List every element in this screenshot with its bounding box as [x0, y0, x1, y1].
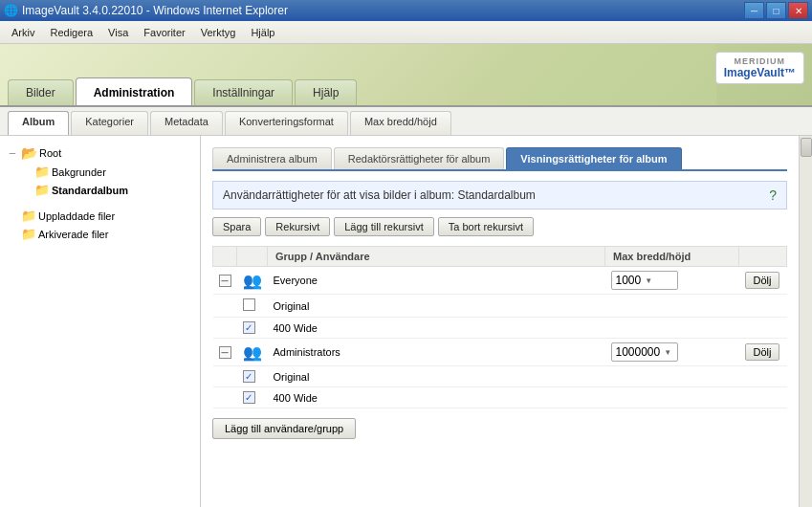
col-group-user: Grupp / Användare: [268, 247, 605, 267]
tree-item-arkiverade[interactable]: 📁 Arkiverade filer: [4, 225, 196, 243]
menu-favorites[interactable]: Favoriter: [136, 25, 192, 40]
table-row: ─ 👥 Administrators 1000000 ▼ Dölj: [213, 339, 787, 366]
max-size-administrators[interactable]: 1000000 ▼: [611, 342, 678, 362]
tree-label-bakgrunder: Bakgrunder: [52, 166, 106, 178]
restore-button[interactable]: □: [766, 2, 786, 19]
inner-tab-redaktor[interactable]: Redaktörsrättigheter för album: [334, 147, 505, 169]
sidebar: ─ 📂 Root 📁 Bakgrunder 📁 Standardalbum 📁 …: [0, 136, 201, 507]
menu-edit[interactable]: Redigera: [42, 25, 100, 40]
subtab-konverteringsformat[interactable]: Konverteringsformat: [225, 111, 348, 135]
col-toggle: [213, 247, 237, 267]
max-size-everyone[interactable]: 1000 ▼: [611, 271, 678, 290]
action-buttons: Spara Rekursivt Lägg till rekursivt Ta b…: [212, 217, 787, 236]
col-max-size: Max bredd/höjd: [605, 247, 739, 267]
dropdown-arrow: ▼: [664, 348, 671, 357]
checkmark-icon: ✓: [245, 392, 252, 403]
header: MERIDIUM ImageVault™ Bilder Administrati…: [0, 44, 812, 107]
tree-label-uppladdade: Uppladdade filer: [38, 210, 115, 222]
window-title: ImageVault 3.4.0.22010 - Windows Interne…: [22, 4, 744, 17]
tab-bilder[interactable]: Bilder: [8, 79, 74, 105]
subtab-album[interactable]: Album: [8, 111, 69, 135]
label-admins-400wide: 400 Wide: [268, 387, 605, 408]
help-icon[interactable]: ?: [769, 187, 777, 203]
group-name-everyone: Everyone: [268, 267, 605, 295]
logo-imagevault: ImageVault™: [724, 66, 796, 79]
inner-tab-bar: Administrera album Redaktörsrättigheter …: [212, 147, 787, 171]
col-action: [739, 247, 787, 267]
spara-button[interactable]: Spara: [212, 217, 261, 236]
logo-meridium: MERIDIUM: [724, 56, 796, 66]
tree-toggle-root[interactable]: ─: [6, 146, 19, 160]
content-area: Administrera album Redaktörsrättigheter …: [201, 136, 799, 507]
sub-tab-bar: Album Kategorier Metadata Konverteringsf…: [0, 107, 812, 136]
tree-label-root: Root: [39, 147, 61, 159]
tree-toggle-uppladdade: [6, 209, 19, 223]
cb-everyone-400wide[interactable]: ✓: [243, 321, 255, 334]
collapse-everyone[interactable]: ─: [219, 275, 231, 287]
subtab-metadata[interactable]: Metadata: [150, 111, 223, 135]
checkmark-icon: ✓: [245, 371, 252, 382]
main-layout: ─ 📂 Root 📁 Bakgrunder 📁 Standardalbum 📁 …: [0, 136, 812, 507]
menu-tools[interactable]: Verktyg: [193, 25, 244, 40]
tree-item-standardalbum[interactable]: 📁 Standardalbum: [4, 181, 196, 199]
tab-administration[interactable]: Administration: [76, 77, 193, 105]
tree-item-bakgrunder[interactable]: 📁 Bakgrunder: [4, 163, 196, 181]
scrollbar[interactable]: [799, 136, 812, 507]
group-name-administrators: Administrators: [268, 339, 605, 366]
window-controls: ─ □ ✕: [744, 2, 808, 19]
tab-installningar[interactable]: Inställningar: [194, 79, 293, 105]
group-icon-administrators: 👥: [243, 344, 262, 361]
cb-everyone-original[interactable]: [243, 298, 255, 311]
group-icon-everyone: 👥: [243, 273, 262, 289]
cb-admins-400wide[interactable]: ✓: [243, 391, 255, 404]
cb-admins-original[interactable]: ✓: [243, 370, 255, 383]
menu-file[interactable]: Arkiv: [4, 25, 42, 40]
menu-bar: Arkiv Redigera Visa Favoriter Verktyg Hj…: [0, 21, 812, 44]
table-row: Original: [213, 295, 787, 318]
table-row: ─ 👥 Everyone 1000 ▼ Dölj: [213, 267, 787, 295]
tree-toggle-arkiverade: [6, 228, 19, 241]
label-everyone-original: Original: [268, 295, 605, 318]
tree-label-standardalbum: Standardalbum: [52, 185, 128, 196]
rekursivt-button[interactable]: Rekursivt: [265, 217, 330, 236]
minimize-button[interactable]: ─: [744, 2, 764, 19]
table-row: ✓ 400 Wide: [213, 318, 787, 339]
tree-item-root[interactable]: ─ 📂 Root: [4, 143, 196, 163]
folder-icon-bakgrunder: 📁: [34, 165, 50, 179]
ta-bort-rekursivt-button[interactable]: Ta bort rekursivt: [438, 217, 534, 236]
dolj-administrators-button[interactable]: Dölj: [745, 343, 780, 361]
folder-icon-uppladdade: 📁: [21, 209, 36, 223]
label-everyone-400wide: 400 Wide: [268, 318, 605, 339]
info-text: Användarrättigheter för att visa bilder …: [223, 188, 536, 202]
inner-tab-visning[interactable]: Visningsrättigheter för album: [506, 147, 681, 169]
subtab-kategorier[interactable]: Kategorier: [71, 111, 148, 135]
menu-help[interactable]: Hjälp: [243, 25, 282, 40]
tab-hjalp[interactable]: Hjälp: [295, 79, 357, 105]
folder-open-icon: 📂: [21, 145, 37, 161]
permissions-table: Grupp / Användare Max bredd/höjd ─ 👥 Eve…: [212, 246, 787, 408]
logo: MERIDIUM ImageVault™: [715, 52, 804, 84]
close-button[interactable]: ✕: [788, 2, 808, 19]
menu-view[interactable]: Visa: [100, 25, 136, 40]
col-icon: [237, 247, 268, 267]
lagg-till-rekursivt-button[interactable]: Lägg till rekursivt: [334, 217, 434, 236]
inner-tab-administrera[interactable]: Administrera album: [212, 147, 332, 169]
main-tab-bar: Bilder Administration Inställningar Hjäl…: [0, 77, 359, 105]
tree-toggle-standardalbum: [19, 184, 33, 197]
title-bar: 🌐 ImageVault 3.4.0.22010 - Windows Inter…: [0, 0, 812, 21]
table-row: ✓ 400 Wide: [213, 387, 787, 408]
folder-icon-arkiverade: 📁: [21, 227, 36, 241]
subtab-max-bredd-hojd[interactable]: Max bredd/höjd: [350, 111, 451, 135]
dolj-everyone-button[interactable]: Dölj: [745, 272, 780, 289]
title-bar-icon: 🌐: [4, 4, 18, 17]
tree-item-uppladdade[interactable]: 📁 Uppladdade filer: [4, 207, 196, 225]
collapse-administrators[interactable]: ─: [219, 346, 231, 359]
tree-toggle-bakgrunder: [19, 165, 33, 179]
tree-label-arkiverade: Arkiverade filer: [38, 229, 108, 240]
info-bar: Användarrättigheter för att visa bilder …: [212, 181, 787, 209]
folder-icon-standardalbum: 📁: [34, 183, 50, 197]
add-user-button[interactable]: Lägg till användare/grupp: [212, 418, 356, 439]
checkmark-icon: ✓: [245, 322, 252, 333]
dropdown-arrow: ▼: [645, 276, 652, 285]
table-row: ✓ Original: [213, 366, 787, 387]
